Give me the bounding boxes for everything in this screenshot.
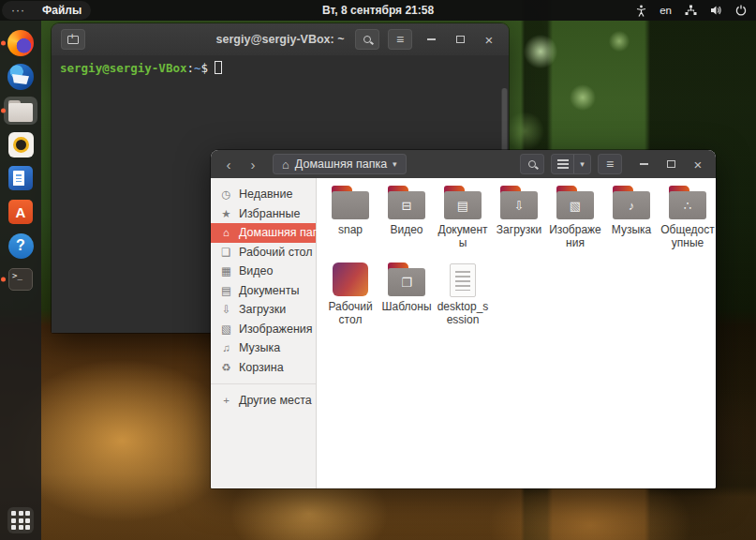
- keyboard-layout-indicator[interactable]: en: [660, 5, 672, 16]
- power-icon[interactable]: [735, 5, 747, 16]
- forward-button[interactable]: ›: [243, 154, 263, 174]
- file-item-music[interactable]: ♪ Музыка: [604, 184, 659, 236]
- sidebar-item-documents[interactable]: ▤Документы: [211, 281, 316, 301]
- back-icon: ‹: [227, 157, 231, 172]
- terminal-new-tab-button[interactable]: [61, 29, 85, 50]
- firefox-icon: [7, 30, 34, 56]
- files-menu-button[interactable]: ≡: [598, 154, 622, 174]
- files-close-button[interactable]: ×: [688, 154, 708, 174]
- dock-item-ubuntu-software[interactable]: A: [4, 198, 37, 226]
- file-item-documents[interactable]: ▤ Документы: [436, 184, 490, 249]
- dock-item-help[interactable]: ?: [4, 232, 37, 260]
- folder-icon: [329, 184, 372, 221]
- dock-item-thunderbird[interactable]: [4, 63, 37, 91]
- activities-indicator-icon[interactable]: ···: [11, 4, 25, 17]
- home-icon: ⌂: [282, 158, 289, 172]
- chevron-down-icon: ▾: [393, 159, 397, 169]
- dock-item-libreoffice-writer[interactable]: [4, 164, 37, 192]
- file-label: Документы: [436, 223, 490, 249]
- sidebar-item-other-places[interactable]: +Другие места: [211, 391, 316, 411]
- sidebar-item-videos[interactable]: ▦Видео: [211, 262, 316, 281]
- terminal-search-button[interactable]: [355, 29, 379, 50]
- sidebar-item-music[interactable]: ♫Музыка: [211, 338, 316, 358]
- sidebar-item-trash[interactable]: ♻Корзина: [211, 358, 316, 378]
- list-view-button[interactable]: [552, 155, 574, 173]
- sidebar-item-downloads[interactable]: ⇩Загрузки: [211, 300, 316, 320]
- file-item-templates[interactable]: ❐ Шаблоны: [379, 261, 434, 313]
- download-icon: ⇩: [220, 303, 232, 316]
- files-sidebar: ◷Недавние ★Избранные ⌂Домашняя папка ❑Ра…: [211, 178, 317, 488]
- file-item-desktop-session[interactable]: desktop_session: [436, 261, 490, 326]
- file-item-downloads[interactable]: ⇩ Загрузки: [492, 184, 546, 236]
- active-app-name[interactable]: Файлы: [42, 4, 82, 17]
- show-applications-button[interactable]: [4, 506, 37, 534]
- files-titlebar[interactable]: ‹ › ⌂ Домашняя папка ▾ ▾ ≡ ×: [211, 150, 716, 178]
- close-icon: ×: [485, 33, 494, 47]
- maximize-icon: [667, 160, 675, 168]
- dock-item-firefox[interactable]: [4, 29, 37, 57]
- file-label: snap: [323, 223, 378, 236]
- accessibility-icon[interactable]: [636, 5, 646, 17]
- dock-item-terminal[interactable]: >_: [4, 265, 37, 293]
- folder-downloads-icon: ⇩: [497, 184, 541, 221]
- file-item-public[interactable]: ∴ Общедоступные: [660, 184, 715, 249]
- terminal-maximize-button[interactable]: [450, 29, 470, 50]
- file-label: Изображения: [548, 223, 602, 249]
- forward-icon: ›: [251, 157, 256, 172]
- file-grid: snap ⊟ Видео ▤ Документы ⇩ Загрузки ▧ Из…: [322, 184, 716, 327]
- app-menu[interactable]: ··· Файлы: [2, 1, 91, 20]
- sidebar-item-desktop[interactable]: ❑Рабочий стол: [211, 243, 316, 262]
- folder-pictures-icon: ▧: [554, 184, 597, 221]
- folder-documents-icon: ▤: [441, 184, 484, 221]
- file-label: Шаблоны: [379, 300, 434, 313]
- minimize-icon: [640, 163, 648, 165]
- plus-icon: +: [220, 395, 232, 406]
- show-applications-icon: [7, 507, 34, 533]
- top-bar: ··· Файлы Вт, 8 сентября 21:58 en: [0, 0, 756, 21]
- dock-item-rhythmbox[interactable]: [4, 130, 37, 158]
- folder-desktop-icon: [329, 261, 372, 298]
- file-label: Видео: [379, 223, 434, 236]
- files-content-area[interactable]: snap ⊟ Видео ▤ Документы ⇩ Загрузки ▧ Из…: [317, 178, 716, 488]
- terminal-close-button[interactable]: ×: [479, 29, 499, 50]
- view-options-button[interactable]: ▾: [574, 155, 590, 173]
- network-icon[interactable]: [685, 5, 697, 16]
- rhythmbox-icon: [8, 132, 34, 158]
- video-icon: ▦: [220, 264, 232, 278]
- files-maximize-button[interactable]: [660, 154, 681, 174]
- volume-icon[interactable]: [710, 5, 722, 16]
- files-minimize-button[interactable]: [633, 154, 654, 174]
- view-toggle-group[interactable]: ▾: [551, 154, 591, 174]
- file-item-pictures[interactable]: ▧ Изображения: [548, 184, 602, 249]
- running-indicator: [1, 109, 6, 113]
- list-view-icon: [557, 159, 569, 169]
- music-icon: ♫: [220, 342, 232, 353]
- files-search-button[interactable]: [520, 154, 544, 174]
- folder-videos-icon: ⊟: [385, 184, 428, 221]
- file-item-snap[interactable]: snap: [323, 184, 378, 236]
- sidebar-item-home[interactable]: ⌂Домашняя папка: [211, 223, 316, 243]
- dock-item-files[interactable]: [4, 97, 37, 125]
- search-icon: [363, 36, 371, 43]
- terminal-cursor: [215, 61, 222, 74]
- running-indicator: [1, 41, 6, 46]
- sidebar-item-recent[interactable]: ◷Недавние: [211, 185, 316, 204]
- file-item-videos[interactable]: ⊟ Видео: [379, 184, 434, 236]
- file-item-desktop[interactable]: Рабочий стол: [323, 261, 378, 326]
- terminal-menu-button[interactable]: ≡: [388, 29, 412, 50]
- terminal-minimize-button[interactable]: [421, 29, 441, 50]
- files-icon: [7, 100, 34, 122]
- sidebar-item-label: Недавние: [239, 188, 292, 201]
- document-icon: ▤: [220, 284, 232, 297]
- hamburger-menu-icon: ≡: [606, 158, 614, 171]
- files-window[interactable]: ‹ › ⌂ Домашняя папка ▾ ▾ ≡ × ◷Неда: [211, 150, 716, 488]
- sidebar-item-starred[interactable]: ★Избранные: [211, 204, 316, 224]
- terminal-titlebar[interactable]: sergiy@sergiy-VBox: ~ ≡ ×: [52, 23, 509, 55]
- back-button[interactable]: ‹: [218, 154, 239, 174]
- sidebar-item-label: Рабочий стол: [239, 246, 312, 259]
- prompt-symbol: $: [201, 61, 209, 75]
- chevron-down-icon: ▾: [580, 159, 585, 169]
- thunderbird-icon: [7, 64, 34, 90]
- location-button[interactable]: ⌂ Домашняя папка ▾: [273, 154, 407, 174]
- sidebar-item-pictures[interactable]: ▧Изображения: [211, 320, 316, 339]
